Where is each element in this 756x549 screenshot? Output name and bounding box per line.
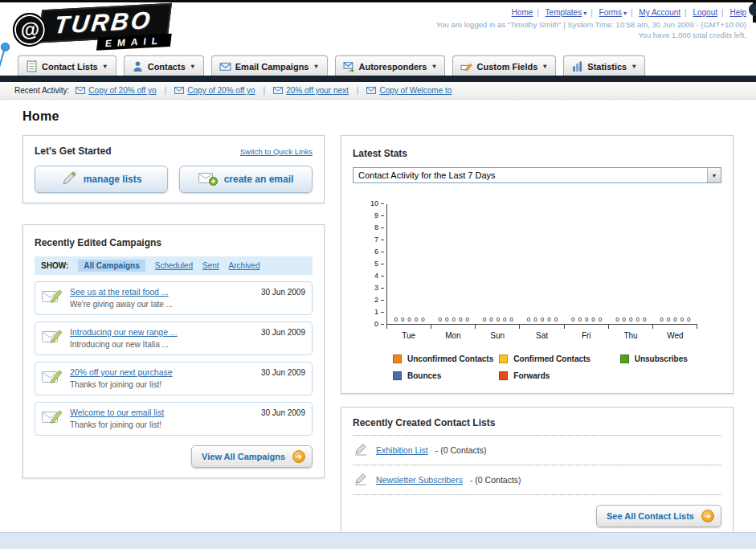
edit-campaign-icon [42,287,63,308]
y-tick-label: 0 [357,320,384,328]
top-link-templates[interactable]: Templates▾ [546,8,587,17]
top-link-help-label: Help [729,8,746,17]
chevron-down-icon: ▾ [432,63,435,70]
separator [717,8,728,17]
recent-activity-label: Recent Activity: [14,86,69,95]
pencil-icon [61,170,77,189]
campaign-title-link[interactable]: See us at the retail food ... [70,287,254,297]
campaign-title-link[interactable]: 20% off your next purchase [70,367,254,377]
campaign-list-item[interactable]: 20% off your next purchase Thanks for jo… [35,362,313,395]
legend-swatch [499,354,508,363]
chart-x-ticks [386,325,697,329]
contact-list-item[interactable]: Exhibition List - (0 Contacts) [353,436,721,465]
legend-swatch [499,371,508,380]
email-campaigns-icon [219,60,231,72]
legend-item: Confirmed Contacts [499,354,619,363]
filter-scheduled[interactable]: Scheduled [155,261,193,270]
recent-activity-bar: Recent Activity: Copy of 20% off yo Copy… [0,82,756,100]
filter-archived[interactable]: Archived [229,261,260,270]
statistics-icon [571,60,583,72]
recent-activity-link[interactable]: Copy of Welcome to [379,86,452,95]
edit-campaign-icon [42,408,63,428]
x-tick-label: Sat [520,331,564,340]
select-dropdown-icon: ▼ [707,168,721,182]
see-all-contact-lists-button[interactable]: See All Contact Lists ➔ [596,505,721,527]
recent-activity-item[interactable]: Copy of 20% off yo [174,86,255,95]
tab-label: Contact Lists [42,62,98,72]
recent-activity-link[interactable]: Copy of 20% off yo [88,86,156,95]
latest-stats-panel: Latest Stats Contact Activity for the La… [341,135,734,394]
top-link-forms[interactable]: Forms▾ [599,8,627,17]
x-tick-label: Thu [608,331,652,340]
separator [680,8,691,17]
filter-all-campaigns[interactable]: All Campaigns [78,260,145,272]
view-all-campaigns-button[interactable]: View All Campaigns ➔ [191,445,313,468]
contact-list-item[interactable]: Newsletter Subscribers - (0 Contacts) [353,465,721,495]
envelope-icon [366,87,376,94]
contact-list-link[interactable]: Newsletter Subscribers [376,475,463,485]
tab-email-campaigns[interactable]: Email Campaigns ▾ [211,55,328,76]
contact-list-count: - (0 Contacts) [435,445,487,455]
envelope-icon [76,87,85,94]
campaign-date: 30 Jun 2009 [261,288,305,297]
tab-label: Custom Fields [476,62,537,72]
latest-stats-title: Latest Stats [353,148,407,159]
tab-contact-lists[interactable]: Contact Lists ▾ [18,55,116,76]
top-link-help[interactable]: Help [729,8,746,17]
logo-text: TURBO EMAIL [39,3,172,53]
y-tick-label: 10 [357,199,384,207]
legend-item: Unconfirmed Contacts [393,354,499,363]
x-tick-label: Mon [431,331,475,340]
contact-list-link[interactable]: Exhibition List [376,445,428,455]
tab-custom-fields[interactable]: Custom Fields ▾ [452,55,556,76]
campaign-list-item[interactable]: Introducing our new range ... Introducin… [35,322,313,355]
campaign-title-link[interactable]: Introducing our new range ... [70,327,254,337]
create-email-button[interactable]: create an email [179,166,313,193]
footer-strip [0,532,756,549]
y-tick-label: 5 [357,260,384,268]
stats-period-select[interactable]: Contact Activity for the Last 7 Days ▼ [353,167,721,183]
top-link-home[interactable]: Home [512,8,533,17]
y-tick-label: 9 [357,211,384,219]
tab-contacts[interactable]: Contacts ▾ [124,55,204,76]
envelope-icon [273,87,283,94]
campaign-subtitle: Thanks for joining our list! [70,380,254,389]
chevron-down-icon: ▾ [543,63,546,70]
switch-quick-links-link[interactable]: Switch to Quick Links [240,147,313,156]
envelope-icon [174,87,184,94]
header-meta: Home Templates▾ Forms▾ My Account Logout… [436,6,746,52]
top-link-logout[interactable]: Logout [693,8,717,17]
recent-activity-item[interactable]: Copy of 20% off yo [76,86,156,95]
bar-value-group: 00000 [476,316,520,323]
edit-campaign-icon [42,327,63,348]
campaign-list-item[interactable]: See us at the retail food ... We're givi… [35,281,313,315]
credits-info: You have 1,000 total credits left. [436,31,746,39]
y-tick-label: 2 [357,296,384,304]
campaign-filter-bar: SHOW: All Campaigns Scheduled Sent Archi… [35,256,313,275]
chart-legend: Unconfirmed ContactsConfirmed ContactsUn… [393,354,717,380]
tab-autoresponders[interactable]: Autoresponders ▾ [335,55,446,76]
envelope-plus-icon [198,171,218,188]
campaign-title-link[interactable]: Welcome to our email list [70,408,254,417]
campaign-subtitle: We're giving away our late ... [70,300,254,309]
chart-y-axis: 012345678910 [358,204,386,324]
app-logo[interactable]: @ TURBO EMAIL [12,3,172,56]
autoresponders-icon [343,60,355,72]
see-all-contact-lists-label: See All Contact Lists [607,511,694,521]
recent-activity-link[interactable]: Copy of 20% off yo [187,86,255,95]
main-nav: Contact Lists ▾ Contacts ▾ Email Campaig… [0,54,756,76]
manage-lists-button[interactable]: manage lists [35,166,168,193]
filter-sent[interactable]: Sent [202,261,219,270]
top-nav: Home Templates▾ Forms▾ My Account Logout… [436,8,746,17]
recent-activity-link[interactable]: 20% off your next [286,86,349,95]
legend-item: Forwards [499,371,619,380]
top-link-my-account[interactable]: My Account [639,8,680,17]
arrow-right-icon: ➔ [701,510,714,522]
recent-activity-item[interactable]: Copy of Welcome to [366,86,452,95]
campaign-list-item[interactable]: Welcome to our email list Thanks for joi… [35,402,313,436]
recent-activity-item[interactable]: 20% off your next [273,86,349,95]
separator [627,8,637,17]
tab-statistics[interactable]: Statistics ▾ [563,55,645,76]
y-tick-label: 8 [357,223,384,231]
nav-underline-bar [0,76,756,82]
